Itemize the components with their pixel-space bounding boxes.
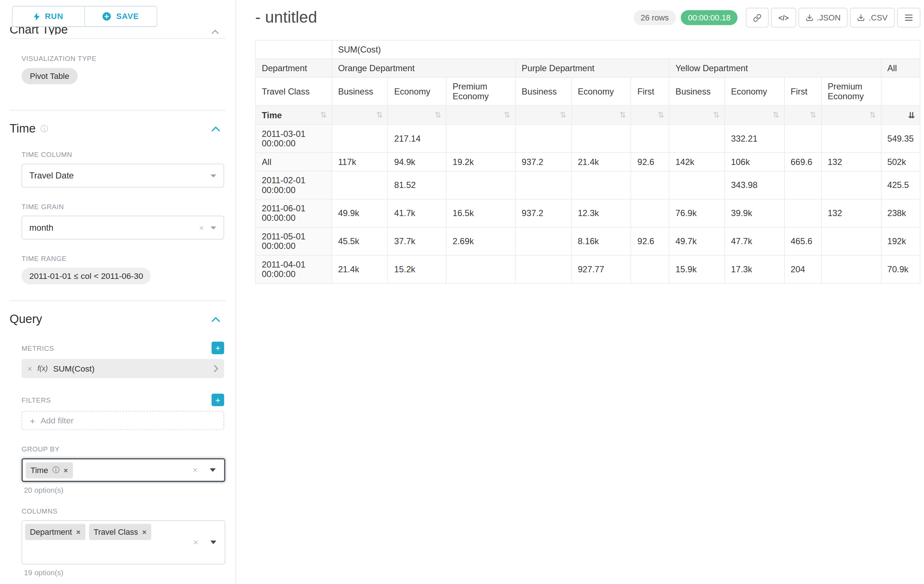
pivot-cell: 502k — [881, 153, 920, 171]
remove-tag-icon[interactable]: × — [142, 528, 147, 535]
pivot-leaf-header — [881, 77, 920, 105]
pivot-row: 2011-05-01 00:00:0045.5k37.7k2.69k8.16k9… — [256, 227, 920, 255]
view-query-button[interactable]: </> — [771, 8, 796, 27]
time-range-control: TIME RANGE 2011-01-01 ≤ col < 2011-06-30 — [21, 255, 226, 285]
pivot-sort-cell: ⇅ — [822, 105, 881, 125]
control-panel: RUN SAVE Chart Type VISUALIZATION TYPE P… — [0, 0, 236, 584]
columns-control: COLUMNS Department × Travel Class × × 19… — [21, 508, 226, 577]
pivot-cell: 106k — [724, 153, 784, 171]
remove-tag-icon[interactable]: × — [76, 528, 80, 535]
metrics-label: METRICS — [21, 344, 54, 352]
save-button[interactable]: SAVE — [84, 7, 157, 26]
sort-icon[interactable]: ⇅ — [713, 111, 720, 118]
pivot-cell: 12.3k — [572, 199, 631, 227]
time-grain-select[interactable]: month × — [21, 216, 224, 239]
sort-icon[interactable]: ⇅ — [773, 111, 779, 118]
chevron-down-icon — [210, 226, 216, 229]
columns-tag[interactable]: Department × — [25, 524, 86, 540]
run-button[interactable]: RUN — [12, 7, 84, 26]
pivot-leaf-header: Premium Economy — [446, 77, 515, 105]
pivot-leaf-header: First — [631, 77, 669, 105]
collapse-time-chevron-icon[interactable] — [211, 126, 220, 131]
metric-item[interactable]: × f(x) SUM(Cost) — [21, 359, 224, 378]
visualization-type-label: VISUALIZATION TYPE — [21, 55, 226, 63]
sort-icon[interactable]: ⇅ — [619, 111, 626, 118]
pivot-cell — [822, 255, 881, 284]
add-filter-plus-button[interactable]: + — [211, 393, 224, 406]
pivot-cell: 132 — [822, 153, 881, 171]
pivot-cell — [784, 199, 822, 227]
export-csv-button[interactable]: .CSV — [850, 8, 895, 27]
pivot-cell: 92.6 — [631, 227, 669, 255]
export-json-button[interactable]: .JSON — [799, 8, 848, 27]
chevron-up-icon[interactable] — [211, 30, 219, 34]
sort-icon[interactable]: ⇅ — [658, 111, 664, 118]
pivot-cell: 17.3k — [724, 255, 784, 284]
clear-icon[interactable]: × — [199, 224, 204, 232]
sort-icon[interactable]: ⇅ — [435, 111, 441, 118]
columns-tag[interactable]: Travel Class × — [89, 524, 151, 540]
group-by-tag[interactable]: Time ⓘ × — [26, 462, 72, 479]
clear-icon[interactable]: × — [193, 466, 198, 474]
visualization-type-value[interactable]: Pivot Table — [21, 68, 78, 84]
time-range-value[interactable]: 2011-01-01 ≤ col < 2011-06-30 — [21, 268, 151, 285]
pivot-row: 2011-06-01 00:00:0049.9k41.7k16.5k937.21… — [256, 199, 920, 227]
pivot-table-body: 2011-03-01 00:00:00217.14332.21549.35All… — [256, 125, 920, 283]
time-section-header: Time ⓘ — [10, 122, 226, 136]
pivot-table-head: SUM(Cost)DepartmentOrange DepartmentPurp… — [256, 40, 920, 125]
chevron-down-icon[interactable] — [210, 468, 216, 472]
info-icon: ⓘ — [41, 123, 48, 134]
run-button-label: RUN — [45, 12, 64, 21]
pivot-sort-cell: ⇅ — [669, 105, 724, 125]
pivot-cell: 16.5k — [446, 199, 515, 227]
plus-icon: + — [30, 416, 35, 425]
sort-icon[interactable]: ⇅ — [320, 111, 327, 118]
chart-title[interactable]: - untitled — [255, 8, 317, 27]
plus-circle-icon — [102, 12, 112, 21]
pivot-cell — [631, 171, 669, 199]
query-section-title: Query — [10, 313, 42, 326]
pivot-row-dimension-cell: Time⇅ — [256, 105, 332, 125]
copy-link-button[interactable] — [746, 8, 769, 27]
pivot-cell — [572, 171, 631, 199]
clear-icon[interactable]: × — [193, 538, 198, 547]
columns-select[interactable]: Department × Travel Class × × — [21, 520, 225, 564]
add-filter-button[interactable]: + Add filter — [21, 411, 224, 430]
chevron-down-icon[interactable] — [210, 541, 216, 544]
divider — [10, 38, 226, 39]
pivot-cell: 117k — [332, 153, 388, 171]
pivot-cell — [332, 171, 388, 199]
pivot-cell: 45.5k — [332, 227, 388, 255]
pivot-sort-cell: ⇅ — [515, 105, 572, 125]
collapse-query-chevron-icon[interactable] — [211, 317, 220, 322]
menu-button[interactable] — [897, 8, 920, 27]
pivot-row-label: All — [256, 153, 332, 171]
sort-desc-icon[interactable]: ⇊ — [908, 111, 915, 119]
time-column-select[interactable]: Travel Date — [21, 163, 224, 187]
pivot-metric-header: SUM(Cost) — [332, 40, 920, 59]
pivot-cell: 204 — [784, 255, 822, 284]
pivot-cell — [669, 171, 724, 199]
remove-tag-icon[interactable]: × — [64, 467, 68, 474]
sort-icon[interactable]: ⇅ — [560, 111, 566, 118]
sort-icon[interactable]: ⇅ — [376, 111, 383, 118]
pivot-cell: 47.7k — [724, 227, 784, 255]
time-grain-value: month — [29, 223, 53, 232]
time-grain-label: TIME GRAIN — [21, 203, 226, 210]
divider — [10, 300, 226, 301]
sort-icon[interactable]: ⇅ — [869, 111, 876, 118]
chart-panel: - untitled 26 rows 00:00:00.18 </> — [236, 0, 924, 584]
sort-icon[interactable]: ⇅ — [810, 111, 816, 118]
pivot-cell — [822, 171, 881, 199]
remove-metric-icon[interactable]: × — [27, 365, 32, 372]
pivot-sort-cell: ⇅ — [332, 105, 388, 125]
group-by-select[interactable]: Time ⓘ × × — [21, 458, 225, 482]
pivot-cell: 39.9k — [724, 199, 784, 227]
chart-type-section-clipped: Chart Type — [10, 27, 226, 35]
pivot-sort-cell: ⇅ — [446, 105, 515, 125]
sort-icon[interactable]: ⇅ — [504, 111, 510, 118]
add-metric-button[interactable]: + — [211, 342, 224, 354]
pivot-cell: 41.7k — [388, 199, 446, 227]
run-save-bar: RUN SAVE — [12, 6, 157, 26]
pivot-cell — [784, 171, 822, 199]
